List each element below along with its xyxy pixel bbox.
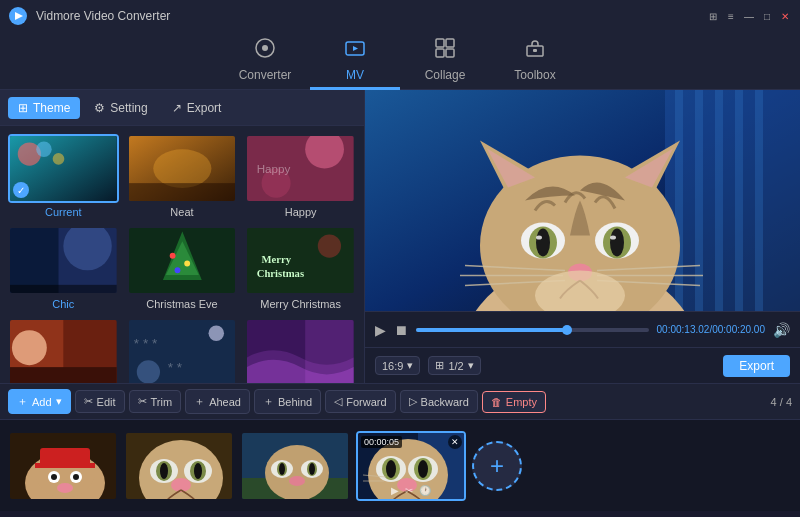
clip-count: 4 / 4	[771, 396, 792, 408]
collage-icon	[434, 37, 456, 64]
tab-theme[interactable]: ⊞ Theme	[8, 97, 80, 119]
svg-point-59	[536, 229, 550, 257]
bottom-toolbar: ＋ Add ▾ ✂ Edit ✂ Trim ＋ Ahead ＋ Behind ◁…	[0, 383, 800, 419]
nav-mv[interactable]: MV	[310, 32, 400, 90]
ahead-button[interactable]: ＋ Ahead	[185, 389, 250, 414]
svg-point-63	[610, 229, 624, 257]
edit-button[interactable]: ✂ Edit	[75, 390, 125, 413]
plus-icon: +	[490, 452, 504, 480]
add-label: Add	[32, 396, 52, 408]
svg-text:* *: * *	[167, 360, 182, 375]
theme-item-christmas-eve[interactable]: Christmas Eve	[127, 226, 238, 310]
backward-icon: ▷	[409, 395, 417, 408]
play-button[interactable]: ▶	[375, 322, 386, 338]
timeline-play-icon[interactable]: ▶	[391, 485, 399, 496]
titlebar: Vidmore Video Converter ⊞ ≡ — □ ✕	[0, 0, 800, 32]
svg-point-31	[174, 268, 180, 274]
tab-export[interactable]: ↗ Export	[162, 97, 232, 119]
svg-rect-5	[436, 39, 444, 47]
nav-mv-label: MV	[346, 68, 364, 82]
svg-rect-54	[755, 90, 763, 311]
time-display: 00:00:13.02/00:00:20.00	[657, 324, 765, 335]
timeline-close-button[interactable]: ✕	[448, 435, 462, 449]
svg-point-113	[386, 460, 396, 478]
edit-label: Edit	[97, 396, 116, 408]
forward-icon: ◁	[334, 395, 342, 408]
empty-button[interactable]: 🗑 Empty	[482, 391, 546, 413]
timeline-duration: 00:00:05	[361, 436, 402, 448]
timeline-action-icons: ▶ ✂ 🕐	[358, 485, 464, 496]
grid-icon[interactable]: ⊞	[706, 9, 720, 23]
aspect-ratio-selector[interactable]: 16:9 ▾	[375, 356, 420, 375]
app-title: Vidmore Video Converter	[36, 9, 706, 23]
svg-point-104	[309, 463, 315, 475]
svg-point-43	[136, 361, 159, 383]
left-panel: ⊞ Theme ⚙ Setting ↗ Export	[0, 90, 365, 383]
minimize-button[interactable]: —	[742, 9, 756, 23]
timeline-item-3[interactable]	[240, 431, 350, 501]
tab-setting[interactable]: ⚙ Setting	[84, 97, 157, 119]
svg-point-14	[53, 153, 65, 165]
theme-item-merry-christmas[interactable]: Merry Christmas Merry Christmas	[245, 226, 356, 310]
svg-rect-7	[436, 49, 444, 57]
svg-point-85	[73, 474, 79, 480]
right-panel: ▶ ⏹ 00:00:13.02/00:00:20.00 🔊 16:9 ▾ ⊞ 1…	[365, 90, 800, 383]
export-tab-label: Export	[187, 101, 222, 115]
empty-icon: 🗑	[491, 396, 502, 408]
svg-rect-17	[129, 183, 236, 201]
theme-item-stripes-waves[interactable]: Stripes & Waves	[245, 318, 356, 383]
progress-dot	[562, 325, 572, 335]
theme-item-neat[interactable]: Neat	[127, 134, 238, 218]
nav-converter[interactable]: Converter	[220, 32, 310, 90]
aspect-ratio-chevron: ▾	[407, 359, 413, 372]
svg-rect-81	[35, 463, 95, 468]
timeline-clock-icon[interactable]: 🕐	[419, 485, 431, 496]
volume-button[interactable]: 🔊	[773, 322, 790, 338]
theme-label-christmas-eve: Christmas Eve	[146, 298, 218, 310]
nav-collage[interactable]: Collage	[400, 32, 490, 90]
theme-item-santa-claus[interactable]: Santa Claus	[8, 318, 119, 383]
theme-item-snowy-night[interactable]: * * * * * Snowy Night	[127, 318, 238, 383]
svg-point-13	[36, 141, 52, 157]
progress-bar[interactable]	[416, 328, 649, 332]
theme-label-happy: Happy	[285, 206, 317, 218]
svg-point-36	[318, 235, 341, 258]
trim-button[interactable]: ✂ Trim	[129, 390, 182, 413]
stop-button[interactable]: ⏹	[394, 322, 408, 338]
theme-item-happy[interactable]: Happy Happy	[245, 134, 356, 218]
svg-rect-6	[446, 39, 454, 47]
svg-rect-49	[665, 90, 800, 311]
svg-point-16	[153, 149, 211, 188]
timeline-scissors-icon[interactable]: ✂	[405, 485, 413, 496]
theme-thumb-merry-christmas: Merry Christmas	[245, 226, 356, 295]
resolution-selector[interactable]: ⊞ 1/2 ▾	[428, 356, 480, 375]
add-button[interactable]: ＋ Add ▾	[8, 389, 71, 414]
behind-button[interactable]: ＋ Behind	[254, 389, 321, 414]
theme-tab-icon: ⊞	[18, 101, 28, 115]
maximize-button[interactable]: □	[760, 9, 774, 23]
export-button[interactable]: Export	[723, 355, 790, 377]
backward-label: Backward	[421, 396, 469, 408]
timeline-item-4[interactable]: 00:00:05 ▶ ✂ 🕐 ✕	[356, 431, 466, 501]
svg-point-94	[194, 463, 202, 479]
window-controls: ⊞ ≡ — □ ✕	[706, 9, 792, 23]
timeline-item-1[interactable]	[8, 431, 118, 501]
timeline: 00:00:05 ▶ ✂ 🕐 ✕ +	[0, 419, 800, 511]
theme-item-chic[interactable]: Chic	[8, 226, 119, 310]
forward-button[interactable]: ◁ Forward	[325, 390, 395, 413]
svg-point-103	[279, 463, 285, 475]
svg-point-29	[169, 253, 175, 259]
close-button[interactable]: ✕	[778, 9, 792, 23]
timeline-item-2[interactable]	[124, 431, 234, 501]
theme-label-neat: Neat	[170, 206, 193, 218]
theme-item-current[interactable]: ✓ Current	[8, 134, 119, 218]
svg-rect-51	[695, 90, 703, 311]
nav-toolbox[interactable]: Toolbox	[490, 32, 580, 90]
theme-thumb-neat	[127, 134, 238, 203]
timeline-add-button[interactable]: +	[472, 441, 522, 491]
backward-button[interactable]: ▷ Backward	[400, 390, 478, 413]
svg-point-105	[289, 476, 305, 486]
menu-icon[interactable]: ≡	[724, 9, 738, 23]
toolbox-icon	[524, 37, 546, 64]
svg-rect-23	[10, 228, 58, 293]
